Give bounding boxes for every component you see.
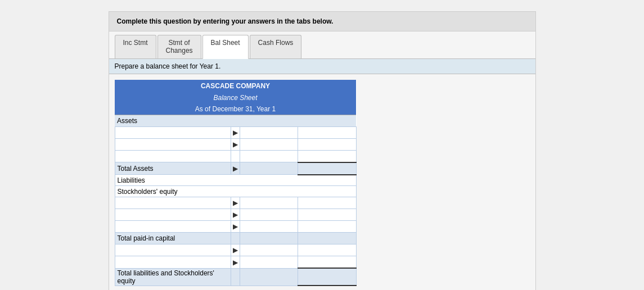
company-name: CASCADE COMPANY bbox=[201, 82, 270, 90]
equity-right-3[interactable] bbox=[298, 221, 356, 233]
asset-label-1 bbox=[115, 126, 231, 138]
equity-input-field-3[interactable] bbox=[242, 221, 295, 232]
stockholders-equity-section-label: Stockholders' equity bbox=[115, 186, 356, 197]
asset-right-field-3[interactable] bbox=[300, 151, 353, 161]
equity-right-field-3[interactable] bbox=[300, 221, 353, 232]
retained-row-2: ▶ bbox=[115, 256, 356, 269]
tab-inc-stmt[interactable]: Inc Stmt bbox=[115, 35, 156, 58]
main-container: Complete this question by entering your … bbox=[109, 11, 536, 290]
date-cell: As of December 31, Year 1 bbox=[115, 103, 356, 115]
total-paid-in-input[interactable] bbox=[240, 233, 298, 244]
total-paid-in-capital-row: Total paid-in capital bbox=[115, 233, 356, 244]
asset-label-2 bbox=[115, 138, 231, 150]
total-assets-label: Total Assets bbox=[118, 165, 154, 173]
equity-arrow-2: ▶ bbox=[231, 209, 240, 221]
retained-input-field-2[interactable] bbox=[242, 257, 295, 268]
total-paid-in-right[interactable] bbox=[298, 233, 356, 244]
liabilities-label: Liabilities bbox=[118, 176, 145, 184]
assets-label: Assets bbox=[117, 117, 137, 125]
assets-label-row: Assets bbox=[115, 115, 356, 126]
balance-sheet-table: CASCADE COMPANY Balance Sheet As of Dece… bbox=[115, 80, 357, 287]
asset-input-3[interactable] bbox=[240, 150, 298, 162]
total-paid-in-capital-label: Total paid-in capital bbox=[118, 234, 175, 242]
tab-inc-stmt-label: Inc Stmt bbox=[123, 39, 148, 47]
retained-right-1[interactable] bbox=[298, 244, 356, 256]
asset-input-field-2[interactable] bbox=[242, 139, 295, 149]
equity-input-1[interactable] bbox=[240, 197, 298, 209]
retained-input-2[interactable] bbox=[240, 256, 298, 269]
retained-right-2[interactable] bbox=[298, 256, 356, 269]
asset-input-1[interactable] bbox=[240, 126, 298, 138]
total-paid-in-arrow bbox=[231, 233, 240, 244]
total-liabilities-equity-right-field[interactable] bbox=[300, 272, 353, 282]
equity-label-1 bbox=[115, 197, 231, 209]
tabs-row: Inc Stmt Stmt ofChanges Bal Sheet Cash F… bbox=[109, 31, 535, 59]
asset-right-2[interactable] bbox=[298, 138, 356, 150]
asset-input-2[interactable] bbox=[240, 138, 298, 150]
tab-cash-flows-label: Cash Flows bbox=[258, 39, 294, 47]
equity-input-3[interactable] bbox=[240, 221, 298, 233]
total-liabilities-equity-right[interactable] bbox=[298, 268, 356, 286]
total-liabilities-equity-label-cell: Total liabilities and Stockholders' equi… bbox=[115, 268, 231, 286]
asset-right-field-1[interactable] bbox=[300, 128, 353, 138]
asset-row-2: ▶ bbox=[115, 138, 356, 150]
total-assets-label-cell: Total Assets bbox=[115, 162, 231, 175]
tab-cash-flows[interactable]: Cash Flows bbox=[250, 35, 302, 58]
retained-right-field-2[interactable] bbox=[300, 257, 353, 267]
total-liabilities-equity-field[interactable] bbox=[242, 272, 295, 282]
total-assets-arrow: ▶ bbox=[231, 162, 240, 175]
equity-row-1: ▶ bbox=[115, 197, 356, 209]
retained-arrow-1: ▶ bbox=[231, 244, 240, 256]
retained-input-field-1[interactable] bbox=[242, 245, 295, 255]
equity-arrow-1: ▶ bbox=[231, 197, 240, 209]
equity-right-field-1[interactable] bbox=[300, 198, 353, 208]
company-name-cell: CASCADE COMPANY bbox=[115, 80, 356, 92]
total-liabilities-equity-input[interactable] bbox=[240, 268, 298, 286]
asset-label-3 bbox=[115, 150, 231, 162]
equity-arrow-3: ▶ bbox=[231, 221, 240, 233]
tab-stmt-changes[interactable]: Stmt ofChanges bbox=[157, 35, 201, 58]
instruction-bar: Complete this question by entering your … bbox=[109, 12, 535, 31]
asset-input-field-1[interactable] bbox=[242, 128, 295, 138]
stockholders-equity-label-row: Stockholders' equity bbox=[115, 186, 356, 197]
report-type-cell: Balance Sheet bbox=[115, 92, 356, 103]
asset-input-field-3[interactable] bbox=[242, 151, 295, 161]
equity-row-3: ▶ bbox=[115, 221, 356, 233]
report-type: Balance Sheet bbox=[213, 94, 257, 102]
company-name-row: CASCADE COMPANY bbox=[115, 80, 356, 92]
equity-right-1[interactable] bbox=[298, 197, 356, 209]
asset-arrow-3 bbox=[231, 150, 240, 162]
equity-label-3 bbox=[115, 221, 231, 233]
equity-input-field-2[interactable] bbox=[242, 210, 295, 220]
retained-input-1[interactable] bbox=[240, 244, 298, 256]
liabilities-section-label: Liabilities bbox=[115, 175, 356, 186]
date-row: As of December 31, Year 1 bbox=[115, 103, 356, 115]
total-liabilities-equity-row: Total liabilities and Stockholders' equi… bbox=[115, 268, 356, 286]
total-assets-field[interactable] bbox=[242, 164, 295, 174]
equity-input-field-1[interactable] bbox=[242, 198, 295, 208]
total-liabilities-equity-label: Total liabilities and Stockholders' equi… bbox=[118, 269, 214, 285]
asset-right-field-2[interactable] bbox=[300, 139, 353, 149]
equity-input-2[interactable] bbox=[240, 209, 298, 221]
equity-right-field-2[interactable] bbox=[300, 210, 353, 220]
equity-right-2[interactable] bbox=[298, 209, 356, 221]
total-assets-input[interactable] bbox=[240, 162, 298, 175]
tab-instruction: Prepare a balance sheet for Year 1. bbox=[109, 59, 535, 74]
asset-arrow-2: ▶ bbox=[231, 138, 240, 150]
total-liabilities-equity-arrow bbox=[231, 268, 240, 286]
asset-right-1[interactable] bbox=[298, 126, 356, 138]
stockholders-equity-label: Stockholders' equity bbox=[118, 188, 178, 196]
total-paid-in-field[interactable] bbox=[242, 233, 295, 243]
asset-right-3[interactable] bbox=[298, 150, 356, 162]
total-assets-right-field[interactable] bbox=[300, 164, 353, 174]
tab-bal-sheet[interactable]: Bal Sheet bbox=[202, 35, 249, 59]
tab-stmt-changes-label: Stmt ofChanges bbox=[166, 39, 193, 55]
asset-arrow-1: ▶ bbox=[231, 126, 240, 138]
asset-row-3 bbox=[115, 150, 356, 162]
total-assets-right[interactable] bbox=[298, 162, 356, 175]
retained-label-2 bbox=[115, 256, 231, 269]
tab-bal-sheet-label: Bal Sheet bbox=[211, 39, 240, 47]
retained-right-field-1[interactable] bbox=[300, 245, 353, 255]
total-paid-in-capital-label-cell: Total paid-in capital bbox=[115, 233, 231, 244]
total-paid-in-right-field[interactable] bbox=[300, 233, 353, 243]
